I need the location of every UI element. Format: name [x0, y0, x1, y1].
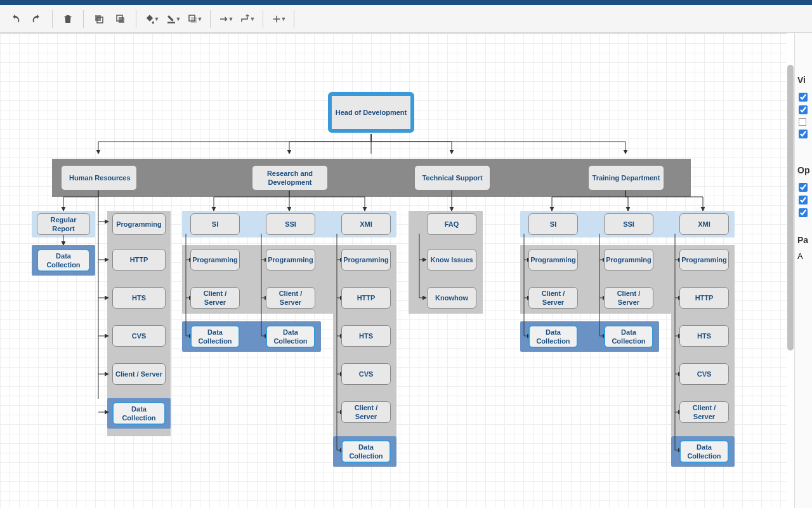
panel-cb-2[interactable] — [799, 105, 808, 114]
node-rd-ssi-prog[interactable]: Programming — [266, 249, 315, 271]
node-td-xmi-http[interactable]: HTTP — [679, 287, 729, 309]
node-hr-cs[interactable]: Client / Server — [112, 363, 166, 385]
node-root[interactable]: Head of Development — [328, 92, 414, 133]
node-dept-hr[interactable]: Human Resources — [61, 165, 137, 190]
svg-rect-2 — [119, 17, 124, 23]
line-button[interactable]: ▼ — [163, 9, 183, 29]
undo-icon — [10, 13, 21, 25]
node-rd-xmi-prog[interactable]: Programming — [341, 249, 391, 271]
add-button[interactable]: ▼ — [268, 9, 289, 29]
back-icon — [115, 13, 126, 25]
node-td-si-cs[interactable]: Client / Server — [528, 287, 578, 309]
node-rd-ssi-dc[interactable]: Data Collection — [266, 325, 315, 348]
redo-icon — [31, 13, 43, 25]
send-back-button[interactable] — [110, 9, 131, 29]
node-td-si[interactable]: SI — [528, 213, 578, 235]
panel-section-view: Vi — [795, 71, 812, 89]
node-rd-ssi[interactable]: SSI — [266, 213, 315, 235]
node-hr-cvs[interactable]: CVS — [112, 325, 166, 347]
scroll-thumb[interactable] — [787, 65, 794, 351]
node-dept-rd[interactable]: Research and Development — [252, 165, 328, 190]
arrow-end-button[interactable]: ▼ — [216, 9, 236, 29]
panel-cb-7[interactable] — [799, 208, 808, 217]
node-ts-knowhow[interactable]: Knowhow — [427, 287, 476, 309]
delete-button[interactable] — [58, 9, 78, 29]
toolbar: ▼ ▼ ▼ ▼ ▼ ▼ — [0, 5, 812, 33]
svg-rect-0 — [95, 15, 101, 21]
node-td-si-dc[interactable]: Data Collection — [528, 325, 578, 348]
node-dept-td[interactable]: Training Department — [588, 165, 664, 190]
fill-button[interactable]: ▼ — [141, 9, 162, 29]
front-icon — [93, 13, 105, 25]
panel-cb-6[interactable] — [799, 196, 808, 204]
trash-icon — [62, 13, 74, 25]
node-rd-xmi-cs[interactable]: Client / Server — [341, 401, 391, 423]
node-rd-xmi-http[interactable]: HTTP — [341, 287, 391, 309]
node-td-xmi-prog[interactable]: Programming — [679, 249, 729, 271]
node-td-si-prog[interactable]: Programming — [528, 249, 578, 271]
node-td-xmi-dc[interactable]: Data Collection — [679, 440, 729, 463]
node-td-ssi[interactable]: SSI — [604, 213, 653, 235]
node-td-xmi[interactable]: XMI — [679, 213, 729, 235]
node-rd-xmi-dc[interactable]: Data Collection — [341, 440, 391, 463]
node-hr-hts[interactable]: HTS — [112, 287, 166, 309]
app-topbar — [0, 0, 812, 5]
node-rd-ssi-cs[interactable]: Client / Server — [266, 287, 315, 309]
panel-pagesize[interactable]: A — [795, 249, 812, 264]
svg-rect-5 — [191, 17, 197, 23]
bring-front-button[interactable] — [89, 9, 109, 29]
diagram: Head of Development Human Resources Rese… — [0, 34, 787, 508]
panel-cb-4[interactable] — [799, 130, 808, 138]
node-td-xmi-cvs[interactable]: CVS — [679, 363, 729, 385]
panel-section-page: Pa — [795, 231, 812, 249]
node-td-xmi-cs[interactable]: Client / Server — [679, 401, 729, 423]
panel-cb-5[interactable] — [799, 183, 808, 192]
node-hr-report[interactable]: Regular Report — [37, 213, 90, 235]
panel-cb-1[interactable] — [799, 93, 808, 102]
node-rd-si-cs[interactable]: Client / Server — [190, 287, 240, 309]
node-ts-faq[interactable]: FAQ — [427, 213, 476, 235]
node-hr-dc[interactable]: Data Collection — [37, 249, 90, 272]
node-rd-si-dc[interactable]: Data Collection — [190, 325, 240, 348]
node-rd-xmi-cvs[interactable]: CVS — [341, 363, 391, 385]
node-rd-xmi[interactable]: XMI — [341, 213, 391, 235]
right-panel: Vi Op Pa A — [794, 33, 812, 508]
scrollbar-vertical[interactable] — [787, 33, 794, 495]
node-rd-xmi-hts[interactable]: HTS — [341, 325, 391, 347]
panel-cb-3[interactable] — [799, 118, 806, 126]
node-rd-si[interactable]: SI — [190, 213, 240, 235]
node-hr-dc2[interactable]: Data Collection — [112, 402, 166, 425]
canvas[interactable]: Head of Development Human Resources Rese… — [0, 33, 787, 508]
node-td-ssi-dc[interactable]: Data Collection — [604, 325, 653, 348]
node-td-ssi-prog[interactable]: Programming — [604, 249, 653, 271]
node-dept-ts[interactable]: Technical Support — [414, 165, 490, 190]
node-hr-http[interactable]: HTTP — [112, 249, 166, 271]
redo-button[interactable] — [27, 9, 47, 29]
undo-button[interactable] — [5, 9, 25, 29]
node-hr-prog[interactable]: Programming — [112, 213, 166, 235]
node-rd-si-prog[interactable]: Programming — [190, 249, 240, 271]
node-td-ssi-cs[interactable]: Client / Server — [604, 287, 653, 309]
shadow-button[interactable]: ▼ — [185, 9, 205, 29]
panel-section-options: Op — [795, 161, 812, 179]
node-td-xmi-hts[interactable]: HTS — [679, 325, 729, 347]
node-ts-issues[interactable]: Know Issues — [427, 249, 476, 271]
connector-button[interactable]: ▼ — [237, 9, 258, 29]
